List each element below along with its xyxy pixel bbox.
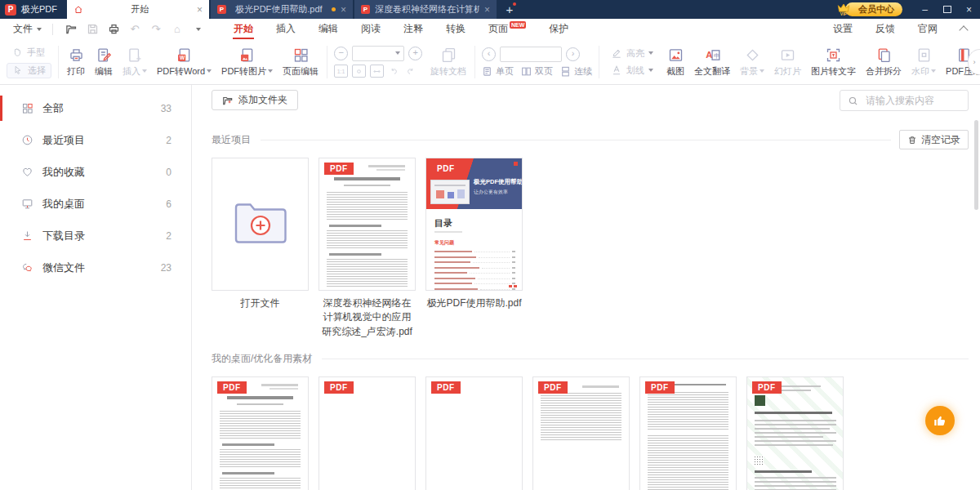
open-file-tile[interactable]: [212, 158, 309, 291]
background-button[interactable]: 背景: [735, 47, 769, 78]
feedback-like-button[interactable]: [925, 406, 955, 435]
page-edit-button[interactable]: 页面编辑: [278, 47, 323, 78]
website-link[interactable]: 官网: [918, 22, 938, 36]
rotate-document-button[interactable]: 旋转文档: [425, 47, 471, 78]
next-page-button[interactable]: ›: [566, 47, 580, 61]
actual-size-button[interactable]: 1:1: [334, 65, 348, 78]
recent-pdf-card-help[interactable]: PDF 极光PDF使用帮助 让办公更有效率 目录: [425, 158, 523, 339]
pdf-thumbnail[interactable]: PDF: [532, 376, 630, 490]
search-input[interactable]: [864, 94, 968, 107]
underline-button[interactable]: 划线: [606, 64, 658, 78]
minimize-button[interactable]: –: [914, 0, 936, 19]
insert-button[interactable]: 插入: [118, 47, 152, 78]
ribbon-tab-convert[interactable]: 转换: [434, 19, 477, 39]
screenshot-icon: [667, 47, 684, 64]
open-folder-button[interactable]: [64, 22, 78, 36]
scrollbar[interactable]: [974, 120, 978, 210]
redo-button[interactable]: ↷: [149, 22, 163, 36]
maximize-button[interactable]: [936, 0, 958, 19]
rotate-right-button[interactable]: [404, 65, 416, 77]
tab-document-2[interactable]: P 深度卷积神经网络在计算机... ×: [354, 0, 497, 19]
double-page-button[interactable]: 双页: [521, 65, 553, 78]
watermark-button[interactable]: 水印: [906, 47, 941, 78]
highlight-button[interactable]: 高亮: [606, 47, 658, 60]
pdf-thumbnail[interactable]: PDF: [425, 376, 523, 490]
print-button[interactable]: [106, 22, 121, 36]
ribbon-tab-read[interactable]: 阅读: [350, 19, 392, 39]
sidebar-item-favorites[interactable]: 我的收藏 0: [0, 156, 191, 188]
select-tool-button[interactable]: 选择: [7, 63, 51, 78]
ribbon-tab-insert[interactable]: 插入: [265, 19, 307, 39]
toolbar-options-button[interactable]: [191, 22, 206, 36]
close-icon[interactable]: ×: [484, 5, 490, 15]
zoom-out-button[interactable]: −: [334, 47, 348, 60]
sidebar-item-desktop[interactable]: 我的桌面 6: [0, 188, 191, 220]
desktop-pdf-card[interactable]: PDF: [532, 376, 630, 490]
add-folder-button[interactable]: 添加文件夹: [212, 90, 298, 110]
thumbnail-content: [533, 385, 629, 442]
screenshot-button[interactable]: 截图: [662, 47, 689, 78]
ribbon-tab-start[interactable]: 开始: [222, 19, 265, 39]
ribbon-tab-edit[interactable]: 编辑: [307, 19, 350, 39]
grid-icon: [21, 102, 33, 114]
full-text-translate-button[interactable]: A中 全文翻译: [689, 47, 735, 78]
save-button[interactable]: [85, 22, 100, 36]
recent-section-header: 最近项目 清空记录: [212, 130, 969, 149]
pdf-thumbnail[interactable]: PDF: [318, 158, 416, 291]
recent-pdf-card-paper[interactable]: PDF 深度卷积神经网络在计算机视觉中的应用研究综述_卢宏涛.pdf: [318, 158, 416, 339]
pdf-thumbnail[interactable]: PDF: [318, 376, 416, 490]
open-file-card[interactable]: 打开文件: [212, 158, 309, 339]
collapse-toolbar-icon[interactable]: [959, 25, 968, 34]
prev-page-button[interactable]: ‹: [482, 47, 496, 61]
clear-history-button[interactable]: 清空记录: [899, 130, 969, 149]
pdf-to-word-button[interactable]: W PDF转Word: [152, 47, 216, 78]
desktop-pdf-card[interactable]: PDF: [746, 376, 844, 490]
home-nav-button[interactable]: ⌂: [170, 22, 185, 36]
file-menu[interactable]: 文件: [10, 22, 45, 36]
desktop-cards: PDF PDF: [212, 376, 980, 490]
desktop-pdf-card[interactable]: PDF: [318, 376, 416, 490]
tab-title: 极光PDF使用帮助.pdf: [231, 3, 327, 16]
pdf-to-image-button[interactable]: PDF转图片: [216, 47, 278, 78]
fit-width-button[interactable]: [370, 65, 384, 78]
pdf-thumbnail[interactable]: PDF 极光PDF使用帮助 让办公更有效率 目录: [425, 158, 523, 291]
tab-document-1[interactable]: P 极光PDF使用帮助.pdf ×: [211, 0, 353, 19]
sidebar-item-recent[interactable]: 最近项目 2: [0, 124, 191, 156]
sidebar-item-downloads[interactable]: 下载目录 2: [0, 220, 191, 252]
print-button[interactable]: 打印: [62, 47, 90, 78]
edit-button[interactable]: 编辑: [90, 47, 118, 78]
zoom-in-button[interactable]: +: [408, 47, 422, 60]
member-center-button[interactable]: VIP 会员中心: [834, 0, 902, 19]
zoom-level-select[interactable]: [352, 46, 404, 61]
sidebar-item-all[interactable]: 全部 33: [0, 92, 191, 124]
ribbon-tab-page[interactable]: 页面NEW: [477, 19, 537, 39]
tab-home[interactable]: 开始 ×: [67, 0, 209, 19]
ribbon-tab-protect[interactable]: 保护: [537, 19, 580, 39]
pdf-thumbnail[interactable]: PDF: [212, 376, 309, 490]
single-page-button[interactable]: 单页: [482, 65, 514, 78]
close-icon[interactable]: ×: [341, 5, 346, 15]
ribbon-tab-annotate[interactable]: 注释: [392, 19, 434, 39]
tab-label: 注释: [403, 22, 423, 36]
desktop-pdf-card[interactable]: PDF: [639, 376, 737, 490]
continuous-button[interactable]: 连续: [560, 65, 592, 78]
desktop-pdf-card[interactable]: PDF: [212, 376, 309, 490]
feedback-link[interactable]: 反馈: [875, 22, 895, 36]
undo-button[interactable]: ↶: [127, 22, 142, 36]
new-tab-button[interactable]: +: [498, 0, 521, 19]
hand-tool-button[interactable]: 手型: [7, 46, 51, 60]
merge-split-button[interactable]: 合并拆分: [861, 47, 906, 78]
thumbnail-content: [212, 384, 308, 490]
page-number-input[interactable]: [500, 47, 562, 62]
close-window-button[interactable]: ×: [958, 0, 980, 19]
fit-page-button[interactable]: [352, 65, 366, 78]
settings-link[interactable]: 设置: [833, 22, 853, 36]
pdf-thumbnail[interactable]: PDF: [639, 376, 737, 490]
rotate-left-button[interactable]: [388, 65, 400, 77]
sidebar-item-wechat[interactable]: 微信文件 23: [0, 252, 191, 283]
image-to-text-button[interactable]: 图片转文字: [806, 47, 861, 78]
desktop-pdf-card[interactable]: PDF: [425, 376, 523, 490]
pdf-thumbnail[interactable]: PDF: [746, 376, 844, 490]
close-icon[interactable]: ×: [197, 5, 203, 15]
slideshow-button[interactable]: 幻灯片: [769, 47, 806, 78]
